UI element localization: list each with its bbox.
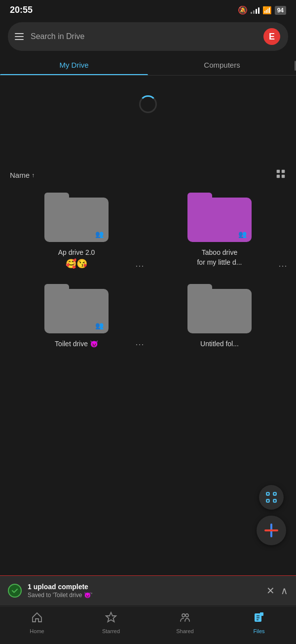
tab-computers[interactable]: Computers <box>148 56 296 75</box>
file-more-btn-ap-drive[interactable]: ⋯ <box>135 260 144 271</box>
sort-label[interactable]: Name ↑ <box>10 171 35 179</box>
folder-icon-toilet-drive: 👥 <box>44 284 109 333</box>
fab-container <box>257 485 286 545</box>
tabs: My Drive Computers <box>0 56 296 76</box>
shared-icon: 👥 <box>238 230 247 238</box>
file-item-ap-drive[interactable]: 👥 Ap drive 2.0 🥰😘 ⋯ <box>5 188 148 279</box>
files-grid: 👥 Ap drive 2.0 🥰😘 ⋯ 👥 Taboo drive for my… <box>0 188 296 358</box>
files-icon <box>253 611 265 626</box>
folder-icon-taboo-drive: 👥 <box>187 193 252 242</box>
svg-rect-6 <box>266 499 269 502</box>
loading-spinner <box>139 95 157 113</box>
empty-space <box>0 123 296 162</box>
nav-home-label: Home <box>30 628 44 634</box>
svg-rect-2 <box>277 175 280 178</box>
home-icon <box>31 611 43 626</box>
svg-rect-7 <box>273 499 276 502</box>
shared-icon <box>179 611 191 626</box>
svg-rect-0 <box>277 170 280 173</box>
upload-expand-button[interactable]: ∧ <box>281 585 288 597</box>
folder-icon-untitled-folder <box>187 284 252 333</box>
file-more-btn-toilet-drive[interactable]: ⋯ <box>135 339 144 350</box>
upload-notification: 1 upload complete Saved to 'Toilet drive… <box>0 575 296 605</box>
wifi-icon: 📶 <box>262 6 272 15</box>
nav-files-label: Files <box>253 628 264 634</box>
bell-icon: 🔕 <box>238 5 248 15</box>
nav-files[interactable]: Files <box>244 611 274 634</box>
tab-indicator <box>0 74 148 75</box>
svg-rect-4 <box>266 492 269 495</box>
file-name-untitled-folder: Untitled fol... <box>200 339 239 349</box>
bottom-nav: Home Starred Shared <box>0 606 296 644</box>
loading-area <box>0 76 296 123</box>
fab-scan-button[interactable] <box>259 485 284 510</box>
upload-check-icon <box>8 584 22 598</box>
status-time: 20:55 <box>10 5 33 15</box>
file-name-toilet-drive: Toilet drive 😈 <box>55 339 98 349</box>
nav-starred[interactable]: Starred <box>96 611 126 634</box>
file-item-taboo-drive[interactable]: 👥 Taboo drive for my little d... ⋯ <box>148 188 291 279</box>
svg-rect-1 <box>282 170 285 173</box>
nav-home[interactable]: Home <box>22 611 52 634</box>
fab-add-button[interactable] <box>257 516 286 545</box>
battery: 94 <box>275 6 286 15</box>
upload-close-button[interactable]: ✕ <box>266 585 275 597</box>
sort-bar: Name ↑ <box>0 162 296 188</box>
file-name-ap-drive: Ap drive 2.0 🥰😘 <box>58 248 95 270</box>
hamburger-menu[interactable] <box>15 33 24 40</box>
svg-rect-3 <box>282 175 285 178</box>
file-item-toilet-drive[interactable]: 👥 Toilet drive 😈 ⋯ <box>5 279 148 358</box>
signal-bars <box>251 7 259 14</box>
tab-my-drive[interactable]: My Drive <box>0 56 148 75</box>
star-icon <box>105 611 117 626</box>
svg-rect-14 <box>260 612 263 616</box>
svg-point-12 <box>185 614 188 617</box>
svg-rect-5 <box>273 492 276 495</box>
status-right: 🔕 📶 94 <box>238 5 286 15</box>
upload-actions: ✕ ∧ <box>266 585 288 597</box>
view-toggle[interactable] <box>275 168 286 182</box>
status-bar: 20:55 🔕 📶 94 <box>0 0 296 19</box>
nav-starred-label: Starred <box>102 628 120 634</box>
svg-point-11 <box>182 614 185 617</box>
file-name-taboo-drive: Taboo drive for my little d... <box>197 248 242 267</box>
shared-icon: 👥 <box>95 322 104 329</box>
avatar[interactable]: E <box>262 27 281 46</box>
search-bar[interactable]: Search in Drive E <box>8 22 288 51</box>
search-placeholder[interactable]: Search in Drive <box>31 32 256 41</box>
shared-icon: 👥 <box>95 230 104 238</box>
file-more-btn-taboo-drive[interactable]: ⋯ <box>278 260 287 271</box>
upload-text: 1 upload complete Saved to 'Toilet drive… <box>28 583 260 599</box>
svg-marker-10 <box>106 612 116 622</box>
file-item-untitled-folder[interactable]: Untitled fol... <box>148 279 291 358</box>
nav-shared[interactable]: Shared <box>170 611 200 634</box>
folder-icon-ap-drive: 👥 <box>44 193 109 242</box>
nav-shared-label: Shared <box>176 628 193 634</box>
